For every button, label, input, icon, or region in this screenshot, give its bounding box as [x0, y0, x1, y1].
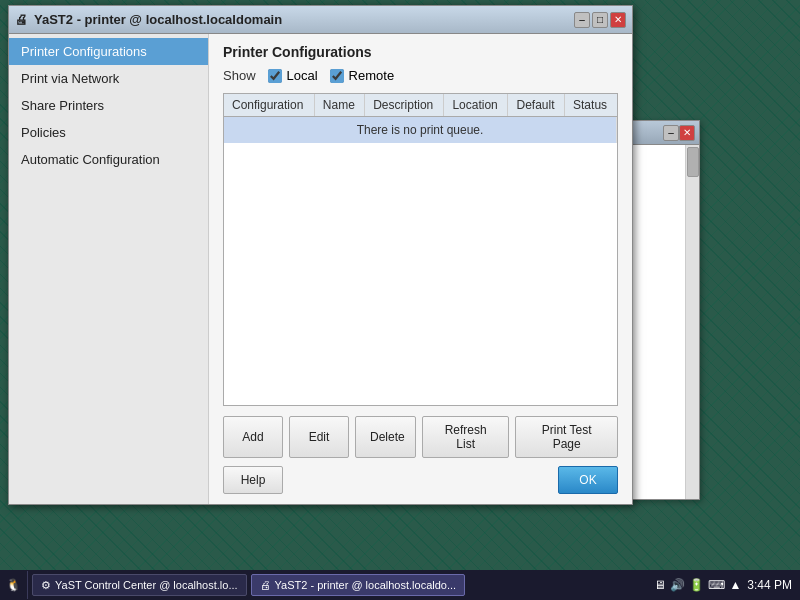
- main-window: 🖨 YaST2 - printer @ localhost.localdomai…: [8, 5, 633, 505]
- scrollbar-track: [685, 145, 699, 499]
- empty-queue-message: There is no print queue.: [224, 117, 617, 144]
- title-icon: 🖨: [15, 12, 28, 27]
- window-controls: – □ ✕: [574, 12, 626, 28]
- col-name: Name: [314, 94, 364, 117]
- content-area: Printer Configurations Show Local Remote…: [209, 34, 632, 504]
- title-text: YaST2 - printer @ localhost.localdomain: [34, 12, 282, 27]
- maximize-button[interactable]: □: [592, 12, 608, 28]
- help-button[interactable]: Help: [223, 466, 283, 494]
- scrollbar-thumb[interactable]: [687, 147, 699, 177]
- col-configuration: Configuration: [224, 94, 314, 117]
- arrow-up-icon: ▲: [729, 578, 741, 592]
- local-label[interactable]: Local: [287, 68, 318, 83]
- keyboard-icon: ⌨: [708, 578, 725, 592]
- yast-control-icon: ⚙: [41, 579, 51, 592]
- clock: 3:44 PM: [747, 578, 792, 592]
- col-status: Status: [565, 94, 617, 117]
- col-location: Location: [444, 94, 508, 117]
- taskbar-app-yast-control[interactable]: ⚙ YaST Control Center @ localhost.lo...: [32, 574, 247, 596]
- col-description: Description: [365, 94, 444, 117]
- battery-icon: 🔋: [689, 578, 704, 592]
- sidebar-item-automatic-configuration[interactable]: Automatic Configuration: [9, 146, 208, 173]
- show-label: Show: [223, 68, 256, 83]
- start-button[interactable]: 🐧: [0, 571, 28, 599]
- sidebar-item-policies[interactable]: Policies: [9, 119, 208, 146]
- footer-row: Help OK: [223, 466, 618, 494]
- empty-queue-row: There is no print queue.: [224, 117, 617, 144]
- remote-checkbox-group: Remote: [330, 68, 395, 83]
- window-title: 🖨 YaST2 - printer @ localhost.localdomai…: [15, 12, 282, 27]
- bg-close-btn: ✕: [679, 125, 695, 141]
- sidebar: Printer Configurations Print via Network…: [9, 34, 209, 504]
- action-button-row: Add Edit Delete Refresh List Print Test …: [223, 416, 618, 458]
- close-button[interactable]: ✕: [610, 12, 626, 28]
- show-row: Show Local Remote: [223, 68, 618, 83]
- window-body: Printer Configurations Print via Network…: [9, 34, 632, 504]
- taskbar-app-yast-printer[interactable]: 🖨 YaST2 - printer @ localhost.localdo...: [251, 574, 466, 596]
- add-button[interactable]: Add: [223, 416, 283, 458]
- system-tray-icons: 🖥 🔊 🔋 ⌨ ▲: [654, 578, 741, 592]
- printer-table-container: Configuration Name Description Location …: [223, 93, 618, 406]
- remote-label[interactable]: Remote: [349, 68, 395, 83]
- print-test-page-button[interactable]: Print Test Page: [515, 416, 618, 458]
- sidebar-item-printer-configurations[interactable]: Printer Configurations: [9, 38, 208, 65]
- remote-checkbox[interactable]: [330, 69, 344, 83]
- sidebar-item-share-printers[interactable]: Share Printers: [9, 92, 208, 119]
- refresh-list-button[interactable]: Refresh List: [422, 416, 509, 458]
- table-header-row: Configuration Name Description Location …: [224, 94, 617, 117]
- edit-button[interactable]: Edit: [289, 416, 349, 458]
- printer-table: Configuration Name Description Location …: [224, 94, 617, 143]
- taskbar: 🐧 ⚙ YaST Control Center @ localhost.lo..…: [0, 570, 800, 600]
- volume-icon: 🔊: [670, 578, 685, 592]
- local-checkbox-group: Local: [268, 68, 318, 83]
- local-checkbox[interactable]: [268, 69, 282, 83]
- taskbar-right: 🖥 🔊 🔋 ⌨ ▲ 3:44 PM: [646, 578, 800, 592]
- content-title: Printer Configurations: [223, 44, 618, 60]
- start-icon: 🐧: [6, 578, 21, 592]
- bg-minimize-btn: –: [663, 125, 679, 141]
- delete-button[interactable]: Delete: [355, 416, 416, 458]
- network-icon: 🖥: [654, 578, 666, 592]
- taskbar-apps: ⚙ YaST Control Center @ localhost.lo... …: [28, 574, 469, 596]
- sidebar-item-print-via-network[interactable]: Print via Network: [9, 65, 208, 92]
- window-titlebar: 🖨 YaST2 - printer @ localhost.localdomai…: [9, 6, 632, 34]
- col-default: Default: [508, 94, 565, 117]
- printer-icon: 🖨: [260, 579, 271, 591]
- minimize-button[interactable]: –: [574, 12, 590, 28]
- ok-button[interactable]: OK: [558, 466, 618, 494]
